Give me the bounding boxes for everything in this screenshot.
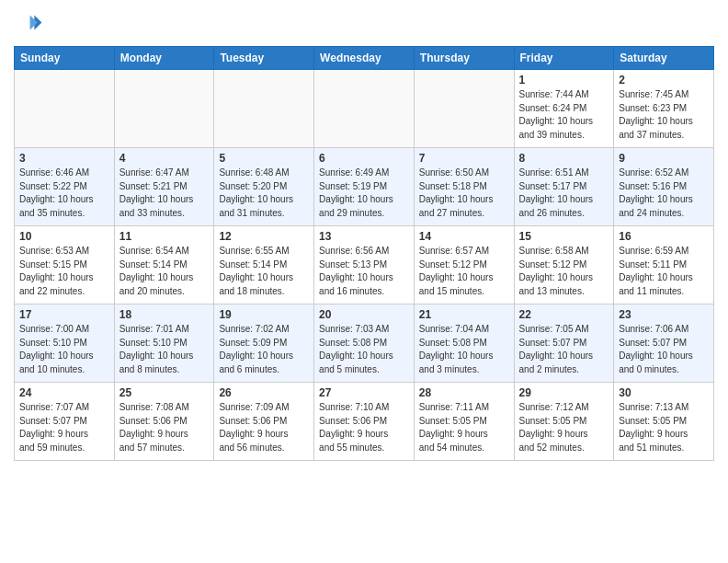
day-info: Sunrise: 7:03 AM Sunset: 5:08 PM Dayligh… xyxy=(319,323,409,376)
day-number: 13 xyxy=(319,230,409,243)
day-info: Sunrise: 6:48 AM Sunset: 5:20 PM Dayligh… xyxy=(219,167,309,220)
calendar-cell: 6Sunrise: 6:49 AM Sunset: 5:19 PM Daylig… xyxy=(314,148,415,226)
day-info: Sunrise: 6:58 AM Sunset: 5:12 PM Dayligh… xyxy=(519,245,609,298)
day-number: 5 xyxy=(219,152,309,165)
day-info: Sunrise: 6:47 AM Sunset: 5:21 PM Dayligh… xyxy=(119,167,210,220)
logo-icon xyxy=(14,9,43,39)
weekday-header: Wednesday xyxy=(314,47,415,70)
calendar-cell: 26Sunrise: 7:09 AM Sunset: 5:06 PM Dayli… xyxy=(214,383,314,461)
day-number: 19 xyxy=(219,308,309,321)
day-info: Sunrise: 7:45 AM Sunset: 6:23 PM Dayligh… xyxy=(619,88,709,142)
calendar-week-row: 10Sunrise: 6:53 AM Sunset: 5:15 PM Dayli… xyxy=(15,226,714,304)
calendar-week-row: 1Sunrise: 7:44 AM Sunset: 6:24 PM Daylig… xyxy=(15,70,714,148)
calendar-cell: 22Sunrise: 7:05 AM Sunset: 5:07 PM Dayli… xyxy=(514,304,614,383)
calendar-cell: 19Sunrise: 7:02 AM Sunset: 5:09 PM Dayli… xyxy=(214,304,314,383)
day-number: 14 xyxy=(419,230,509,243)
calendar-cell: 8Sunrise: 6:51 AM Sunset: 5:17 PM Daylig… xyxy=(514,148,614,226)
calendar: SundayMondayTuesdayWednesdayThursdayFrid… xyxy=(14,46,714,461)
calendar-cell: 20Sunrise: 7:03 AM Sunset: 5:08 PM Dayli… xyxy=(314,304,415,383)
day-info: Sunrise: 6:54 AM Sunset: 5:14 PM Dayligh… xyxy=(119,245,210,298)
calendar-cell: 14Sunrise: 6:57 AM Sunset: 5:12 PM Dayli… xyxy=(414,226,514,304)
day-info: Sunrise: 7:06 AM Sunset: 5:07 PM Dayligh… xyxy=(619,323,709,376)
calendar-cell: 9Sunrise: 6:52 AM Sunset: 5:16 PM Daylig… xyxy=(614,148,714,226)
day-number: 8 xyxy=(519,152,609,165)
day-info: Sunrise: 7:05 AM Sunset: 5:07 PM Dayligh… xyxy=(519,323,609,376)
day-number: 10 xyxy=(19,230,109,243)
calendar-cell: 4Sunrise: 6:47 AM Sunset: 5:21 PM Daylig… xyxy=(114,148,214,226)
day-number: 4 xyxy=(119,152,210,165)
day-info: Sunrise: 7:00 AM Sunset: 5:10 PM Dayligh… xyxy=(19,323,109,376)
calendar-cell: 3Sunrise: 6:46 AM Sunset: 5:22 PM Daylig… xyxy=(15,148,115,226)
calendar-cell: 17Sunrise: 7:00 AM Sunset: 5:10 PM Dayli… xyxy=(15,304,115,383)
day-number: 24 xyxy=(19,386,109,399)
calendar-cell: 2Sunrise: 7:45 AM Sunset: 6:23 PM Daylig… xyxy=(614,70,714,148)
day-info: Sunrise: 6:51 AM Sunset: 5:17 PM Dayligh… xyxy=(519,167,609,220)
calendar-week-row: 3Sunrise: 6:46 AM Sunset: 5:22 PM Daylig… xyxy=(15,148,714,226)
day-number: 6 xyxy=(319,152,409,165)
day-info: Sunrise: 6:57 AM Sunset: 5:12 PM Dayligh… xyxy=(419,245,509,298)
day-number: 11 xyxy=(119,230,210,243)
weekday-header: Sunday xyxy=(15,47,115,70)
day-info: Sunrise: 7:10 AM Sunset: 5:06 PM Dayligh… xyxy=(319,401,409,454)
calendar-week-row: 24Sunrise: 7:07 AM Sunset: 5:07 PM Dayli… xyxy=(15,383,714,461)
calendar-cell: 16Sunrise: 6:59 AM Sunset: 5:11 PM Dayli… xyxy=(614,226,714,304)
weekday-header: Thursday xyxy=(414,47,514,70)
calendar-cell xyxy=(314,70,415,148)
day-info: Sunrise: 6:56 AM Sunset: 5:13 PM Dayligh… xyxy=(319,245,409,298)
day-info: Sunrise: 6:49 AM Sunset: 5:19 PM Dayligh… xyxy=(319,167,409,220)
header xyxy=(14,9,714,39)
day-info: Sunrise: 7:07 AM Sunset: 5:07 PM Dayligh… xyxy=(19,401,109,454)
calendar-cell: 1Sunrise: 7:44 AM Sunset: 6:24 PM Daylig… xyxy=(514,70,614,148)
calendar-cell: 24Sunrise: 7:07 AM Sunset: 5:07 PM Dayli… xyxy=(15,383,115,461)
day-info: Sunrise: 6:53 AM Sunset: 5:15 PM Dayligh… xyxy=(19,245,109,298)
day-number: 3 xyxy=(19,152,109,165)
page: SundayMondayTuesdayWednesdayThursdayFrid… xyxy=(0,0,728,470)
calendar-header-row: SundayMondayTuesdayWednesdayThursdayFrid… xyxy=(15,47,714,70)
day-number: 18 xyxy=(119,308,210,321)
weekday-header: Friday xyxy=(514,47,614,70)
day-number: 17 xyxy=(19,308,109,321)
day-info: Sunrise: 7:11 AM Sunset: 5:05 PM Dayligh… xyxy=(419,401,509,454)
day-info: Sunrise: 7:01 AM Sunset: 5:10 PM Dayligh… xyxy=(119,323,210,376)
day-number: 9 xyxy=(619,152,709,165)
calendar-cell xyxy=(214,70,314,148)
calendar-cell: 11Sunrise: 6:54 AM Sunset: 5:14 PM Dayli… xyxy=(114,226,214,304)
weekday-header: Tuesday xyxy=(214,47,314,70)
day-number: 2 xyxy=(619,74,709,86)
logo xyxy=(14,9,47,39)
weekday-header: Saturday xyxy=(614,47,714,70)
calendar-cell: 30Sunrise: 7:13 AM Sunset: 5:05 PM Dayli… xyxy=(614,383,714,461)
calendar-cell: 21Sunrise: 7:04 AM Sunset: 5:08 PM Dayli… xyxy=(414,304,514,383)
calendar-cell xyxy=(15,70,115,148)
day-info: Sunrise: 6:52 AM Sunset: 5:16 PM Dayligh… xyxy=(619,167,709,220)
day-info: Sunrise: 7:13 AM Sunset: 5:05 PM Dayligh… xyxy=(619,401,709,454)
day-info: Sunrise: 7:12 AM Sunset: 5:05 PM Dayligh… xyxy=(519,401,609,454)
weekday-header: Monday xyxy=(114,47,214,70)
calendar-cell: 27Sunrise: 7:10 AM Sunset: 5:06 PM Dayli… xyxy=(314,383,415,461)
calendar-cell: 5Sunrise: 6:48 AM Sunset: 5:20 PM Daylig… xyxy=(214,148,314,226)
calendar-cell xyxy=(414,70,514,148)
day-info: Sunrise: 6:46 AM Sunset: 5:22 PM Dayligh… xyxy=(19,167,109,220)
day-number: 25 xyxy=(119,386,210,399)
day-number: 27 xyxy=(319,386,409,399)
day-info: Sunrise: 6:50 AM Sunset: 5:18 PM Dayligh… xyxy=(419,167,509,220)
day-info: Sunrise: 7:09 AM Sunset: 5:06 PM Dayligh… xyxy=(219,401,309,454)
day-info: Sunrise: 6:55 AM Sunset: 5:14 PM Dayligh… xyxy=(219,245,309,298)
day-number: 29 xyxy=(519,386,609,399)
calendar-cell: 12Sunrise: 6:55 AM Sunset: 5:14 PM Dayli… xyxy=(214,226,314,304)
day-number: 23 xyxy=(619,308,709,321)
calendar-cell: 7Sunrise: 6:50 AM Sunset: 5:18 PM Daylig… xyxy=(414,148,514,226)
day-info: Sunrise: 7:08 AM Sunset: 5:06 PM Dayligh… xyxy=(119,401,210,454)
day-info: Sunrise: 7:04 AM Sunset: 5:08 PM Dayligh… xyxy=(419,323,509,376)
calendar-cell: 23Sunrise: 7:06 AM Sunset: 5:07 PM Dayli… xyxy=(614,304,714,383)
day-number: 7 xyxy=(419,152,509,165)
day-number: 30 xyxy=(619,386,709,399)
calendar-cell: 29Sunrise: 7:12 AM Sunset: 5:05 PM Dayli… xyxy=(514,383,614,461)
calendar-week-row: 17Sunrise: 7:00 AM Sunset: 5:10 PM Dayli… xyxy=(15,304,714,383)
calendar-cell: 10Sunrise: 6:53 AM Sunset: 5:15 PM Dayli… xyxy=(15,226,115,304)
day-info: Sunrise: 7:44 AM Sunset: 6:24 PM Dayligh… xyxy=(519,88,609,142)
calendar-cell: 28Sunrise: 7:11 AM Sunset: 5:05 PM Dayli… xyxy=(414,383,514,461)
calendar-cell: 25Sunrise: 7:08 AM Sunset: 5:06 PM Dayli… xyxy=(114,383,214,461)
day-number: 28 xyxy=(419,386,509,399)
day-number: 16 xyxy=(619,230,709,243)
